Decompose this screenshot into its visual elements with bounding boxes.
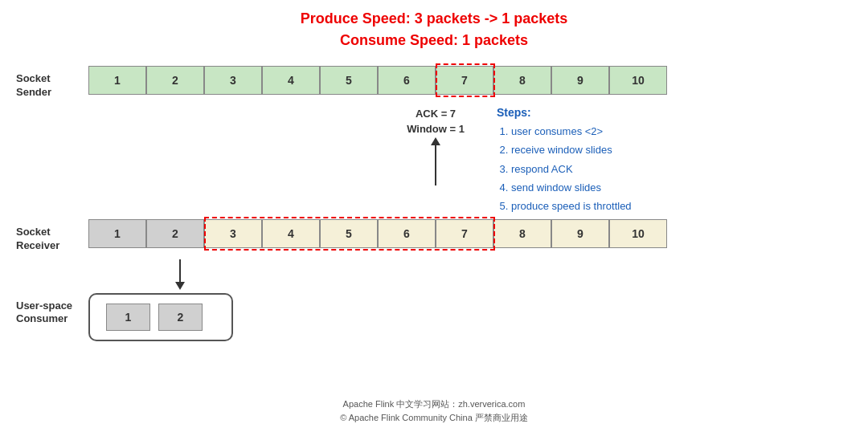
receiver-packet-10: 10	[609, 219, 667, 248]
sender-packet-8: 8	[493, 66, 551, 95]
step-item-5: produce speed is throttled	[511, 197, 632, 215]
steps-title: Steps:	[497, 106, 632, 119]
consumer-section: User-spaceConsumer 12	[16, 293, 852, 341]
step-item-1: user consumes <2>	[511, 122, 632, 141]
receiver-packet-5: 5	[320, 219, 378, 248]
header: Produce Speed: 3 packets -> 1 packets Co…	[16, 8, 852, 51]
step-item-4: send window slides	[511, 178, 632, 197]
sender-packet-1: 1	[88, 66, 146, 95]
footer-line2: © Apache Flink Community China 严禁商业用途	[340, 411, 528, 426]
steps-list: user consumes <2>receive window slidesre…	[497, 122, 632, 216]
sender-packet-10: 10	[609, 66, 667, 95]
step-item-2: receive window slides	[511, 141, 632, 159]
sender-label: SocketSender	[16, 66, 88, 100]
receiver-packets-wrapper: 12345678910	[88, 219, 667, 248]
receiver-section: SocketReceiver 12345678910	[16, 219, 852, 253]
consumer-arrow-line	[179, 259, 181, 282]
sender-packets-wrapper: 12345678910	[88, 66, 667, 95]
receiver-label: SocketReceiver	[16, 219, 88, 253]
receiver-packet-1: 1	[88, 219, 146, 248]
sender-packet-4: 4	[262, 66, 320, 95]
sender-packet-3: 3	[204, 66, 262, 95]
receiver-packet-row: 12345678910	[88, 219, 667, 248]
receiver-packet-8: 8	[493, 219, 551, 248]
main-container: Produce Speed: 3 packets -> 1 packets Co…	[0, 0, 868, 432]
footer: Apache Flink 中文学习网站：zh.ververica.com © A…	[340, 397, 528, 426]
arrow-head-up	[431, 137, 440, 145]
ack-label: ACK = 7 Window = 1	[407, 106, 465, 137]
consumer-label: User-spaceConsumer	[16, 293, 88, 327]
receiver-packet-6: 6	[378, 219, 436, 248]
footer-line1: Apache Flink 中文学习网站：zh.ververica.com	[340, 397, 528, 412]
sender-packet-6: 6	[378, 66, 436, 95]
sender-packet-5: 5	[320, 66, 378, 95]
consumer-arrow	[175, 259, 185, 290]
header-line1: Produce Speed: 3 packets -> 1 packets	[16, 8, 852, 30]
sender-packet-row: 12345678910	[88, 66, 667, 95]
consumer-packet-2: 2	[158, 304, 203, 331]
sender-section: SocketSender 12345678910	[16, 66, 852, 100]
receiver-packet-9: 9	[551, 219, 609, 248]
sender-packet-2: 2	[146, 66, 204, 95]
sender-packet-9: 9	[551, 66, 609, 95]
consumer-box: 12	[88, 293, 233, 341]
consumer-arrow-head	[175, 282, 185, 290]
receiver-packet-7: 7	[436, 219, 493, 248]
receiver-packet-4: 4	[262, 219, 320, 248]
receiver-packet-3: 3	[204, 219, 262, 248]
vertical-arrow	[431, 137, 440, 185]
steps-box: Steps: user consumes <2>receive window s…	[497, 106, 632, 216]
header-line2: Consume Speed: 1 packets	[16, 30, 852, 51]
sender-packet-7: 7	[436, 66, 493, 95]
receiver-packet-2: 2	[146, 219, 204, 248]
arrow-line	[435, 145, 436, 185]
consumer-packet-1: 1	[106, 304, 150, 331]
step-item-3: respond ACK	[511, 160, 632, 178]
